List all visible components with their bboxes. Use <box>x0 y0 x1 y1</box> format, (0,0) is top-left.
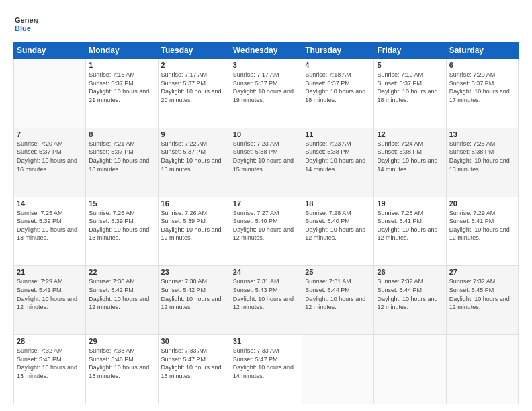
calendar-table: SundayMondayTuesdayWednesdayThursdayFrid… <box>13 42 519 404</box>
day-number: 24 <box>233 268 299 276</box>
calendar-cell: 26Sunrise: 7:32 AM Sunset: 5:44 PM Dayli… <box>374 266 446 335</box>
day-number: 26 <box>377 268 443 276</box>
calendar-cell: 30Sunrise: 7:33 AM Sunset: 5:47 PM Dayli… <box>158 335 230 404</box>
day-number: 31 <box>233 337 299 345</box>
day-info: Sunrise: 7:32 AM Sunset: 5:44 PM Dayligh… <box>377 277 443 311</box>
day-info: Sunrise: 7:22 AM Sunset: 5:37 PM Dayligh… <box>161 140 227 173</box>
day-info: Sunrise: 7:33 AM Sunset: 5:47 PM Dayligh… <box>233 347 299 380</box>
day-info: Sunrise: 7:31 AM Sunset: 5:44 PM Dayligh… <box>305 277 371 311</box>
calendar-cell <box>14 59 86 128</box>
day-number: 27 <box>449 268 515 276</box>
calendar-cell: 10Sunrise: 7:23 AM Sunset: 5:38 PM Dayli… <box>230 128 302 197</box>
calendar-cell: 15Sunrise: 7:26 AM Sunset: 5:39 PM Dayli… <box>86 197 158 266</box>
day-number: 3 <box>233 61 299 69</box>
day-info: Sunrise: 7:30 AM Sunset: 5:42 PM Dayligh… <box>161 277 227 311</box>
day-number: 2 <box>161 61 227 69</box>
calendar-cell: 19Sunrise: 7:28 AM Sunset: 5:41 PM Dayli… <box>374 197 446 266</box>
day-number: 20 <box>449 199 515 208</box>
day-info: Sunrise: 7:20 AM Sunset: 5:37 PM Dayligh… <box>17 140 83 173</box>
day-info: Sunrise: 7:26 AM Sunset: 5:39 PM Dayligh… <box>89 209 154 242</box>
day-info: Sunrise: 7:31 AM Sunset: 5:43 PM Dayligh… <box>233 277 299 311</box>
logo-icon: General Blue <box>13 12 38 36</box>
day-number: 28 <box>17 337 83 345</box>
week-row-2: 7Sunrise: 7:20 AM Sunset: 5:37 PM Daylig… <box>14 128 519 197</box>
day-info: Sunrise: 7:33 AM Sunset: 5:46 PM Dayligh… <box>89 347 154 380</box>
day-number: 10 <box>233 130 299 138</box>
day-number: 12 <box>377 130 443 138</box>
day-number: 4 <box>305 61 371 69</box>
day-info: Sunrise: 7:28 AM Sunset: 5:40 PM Dayligh… <box>305 209 371 242</box>
header-thursday: Thursday <box>302 42 374 59</box>
calendar-cell: 20Sunrise: 7:29 AM Sunset: 5:41 PM Dayli… <box>446 197 518 266</box>
day-number: 23 <box>161 268 227 276</box>
day-info: Sunrise: 7:30 AM Sunset: 5:42 PM Dayligh… <box>89 277 154 311</box>
page: General Blue SundayMondayTuesdayWednesda… <box>0 0 532 411</box>
calendar-cell: 22Sunrise: 7:30 AM Sunset: 5:42 PM Dayli… <box>86 266 158 335</box>
calendar-cell: 1Sunrise: 7:16 AM Sunset: 5:37 PM Daylig… <box>86 59 158 128</box>
day-info: Sunrise: 7:16 AM Sunset: 5:37 PM Dayligh… <box>89 71 154 104</box>
day-number: 30 <box>161 337 227 345</box>
day-info: Sunrise: 7:29 AM Sunset: 5:41 PM Dayligh… <box>449 209 515 242</box>
calendar-cell: 7Sunrise: 7:20 AM Sunset: 5:37 PM Daylig… <box>14 128 86 197</box>
day-info: Sunrise: 7:26 AM Sunset: 5:39 PM Dayligh… <box>161 209 227 242</box>
day-number: 11 <box>305 130 371 138</box>
calendar-cell: 2Sunrise: 7:17 AM Sunset: 5:37 PM Daylig… <box>158 59 230 128</box>
day-number: 9 <box>161 130 227 138</box>
header-friday: Friday <box>374 42 446 59</box>
calendar-cell: 14Sunrise: 7:25 AM Sunset: 5:39 PM Dayli… <box>14 197 86 266</box>
week-row-4: 21Sunrise: 7:29 AM Sunset: 5:41 PM Dayli… <box>14 266 519 335</box>
week-row-3: 14Sunrise: 7:25 AM Sunset: 5:39 PM Dayli… <box>14 197 519 266</box>
calendar-header-row: SundayMondayTuesdayWednesdayThursdayFrid… <box>14 42 519 59</box>
day-number: 6 <box>449 61 515 69</box>
day-info: Sunrise: 7:28 AM Sunset: 5:41 PM Dayligh… <box>377 209 443 242</box>
day-info: Sunrise: 7:17 AM Sunset: 5:37 PM Dayligh… <box>233 71 299 104</box>
calendar-cell: 25Sunrise: 7:31 AM Sunset: 5:44 PM Dayli… <box>302 266 374 335</box>
day-number: 17 <box>233 199 299 208</box>
day-number: 22 <box>89 268 154 276</box>
day-info: Sunrise: 7:20 AM Sunset: 5:37 PM Dayligh… <box>449 71 515 104</box>
header: General Blue <box>13 12 519 36</box>
calendar-cell <box>374 335 446 404</box>
calendar-cell: 8Sunrise: 7:21 AM Sunset: 5:37 PM Daylig… <box>86 128 158 197</box>
day-info: Sunrise: 7:32 AM Sunset: 5:45 PM Dayligh… <box>449 277 515 311</box>
logo: General Blue <box>13 12 38 36</box>
header-monday: Monday <box>86 42 158 59</box>
day-number: 14 <box>17 199 83 208</box>
day-info: Sunrise: 7:23 AM Sunset: 5:38 PM Dayligh… <box>305 140 371 173</box>
week-row-5: 28Sunrise: 7:32 AM Sunset: 5:45 PM Dayli… <box>14 335 519 404</box>
calendar-cell: 21Sunrise: 7:29 AM Sunset: 5:41 PM Dayli… <box>14 266 86 335</box>
day-info: Sunrise: 7:25 AM Sunset: 5:38 PM Dayligh… <box>449 140 515 173</box>
calendar-cell: 31Sunrise: 7:33 AM Sunset: 5:47 PM Dayli… <box>230 335 302 404</box>
day-number: 5 <box>377 61 443 69</box>
day-info: Sunrise: 7:25 AM Sunset: 5:39 PM Dayligh… <box>17 209 83 242</box>
day-number: 16 <box>161 199 227 208</box>
calendar-cell: 3Sunrise: 7:17 AM Sunset: 5:37 PM Daylig… <box>230 59 302 128</box>
calendar-cell <box>446 335 518 404</box>
calendar-cell: 11Sunrise: 7:23 AM Sunset: 5:38 PM Dayli… <box>302 128 374 197</box>
calendar-cell: 24Sunrise: 7:31 AM Sunset: 5:43 PM Dayli… <box>230 266 302 335</box>
calendar-cell: 28Sunrise: 7:32 AM Sunset: 5:45 PM Dayli… <box>14 335 86 404</box>
calendar-cell: 9Sunrise: 7:22 AM Sunset: 5:37 PM Daylig… <box>158 128 230 197</box>
day-info: Sunrise: 7:19 AM Sunset: 5:37 PM Dayligh… <box>377 71 443 104</box>
calendar-cell: 6Sunrise: 7:20 AM Sunset: 5:37 PM Daylig… <box>446 59 518 128</box>
calendar-cell: 13Sunrise: 7:25 AM Sunset: 5:38 PM Dayli… <box>446 128 518 197</box>
calendar-cell: 23Sunrise: 7:30 AM Sunset: 5:42 PM Dayli… <box>158 266 230 335</box>
day-number: 18 <box>305 199 371 208</box>
day-info: Sunrise: 7:33 AM Sunset: 5:47 PM Dayligh… <box>161 347 227 380</box>
header-saturday: Saturday <box>446 42 518 59</box>
week-row-1: 1Sunrise: 7:16 AM Sunset: 5:37 PM Daylig… <box>14 59 519 128</box>
day-info: Sunrise: 7:23 AM Sunset: 5:38 PM Dayligh… <box>233 140 299 173</box>
day-number: 8 <box>89 130 154 138</box>
svg-text:Blue: Blue <box>15 24 31 32</box>
day-number: 15 <box>89 199 154 208</box>
header-tuesday: Tuesday <box>158 42 230 59</box>
calendar-cell: 29Sunrise: 7:33 AM Sunset: 5:46 PM Dayli… <box>86 335 158 404</box>
calendar-cell: 4Sunrise: 7:18 AM Sunset: 5:37 PM Daylig… <box>302 59 374 128</box>
day-info: Sunrise: 7:21 AM Sunset: 5:37 PM Dayligh… <box>89 140 154 173</box>
calendar-cell <box>302 335 374 404</box>
svg-text:General: General <box>15 16 38 24</box>
day-info: Sunrise: 7:32 AM Sunset: 5:45 PM Dayligh… <box>17 347 83 380</box>
day-number: 7 <box>17 130 83 138</box>
day-number: 1 <box>89 61 154 69</box>
day-number: 21 <box>17 268 83 276</box>
